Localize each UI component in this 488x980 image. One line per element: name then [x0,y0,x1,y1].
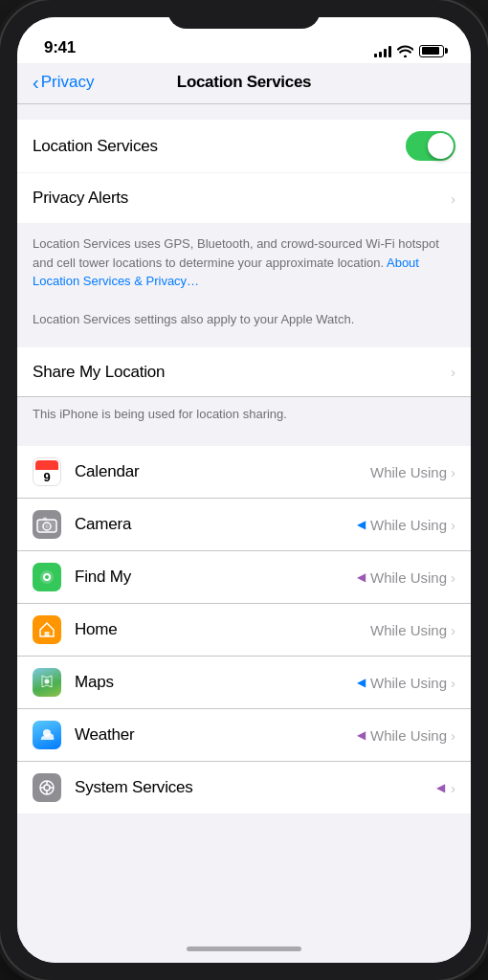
watch-note: Location Services settings also apply to… [17,302,471,345]
svg-point-3 [45,524,49,528]
chevron-right-icon: › [451,622,455,638]
location-services-section: Location Services [17,120,471,172]
chevron-right-icon: › [451,569,455,586]
privacy-alerts-label: Privacy Alerts [33,189,451,208]
location-description: Location Services uses GPS, Bluetooth, a… [17,223,471,302]
apps-section: 9 Calendar While Using › [17,446,471,813]
app-label: Calendar [75,462,370,481]
chevron-right-icon: › [451,780,455,796]
notch [167,0,321,29]
app-label: Weather [75,725,357,745]
sharing-note: This iPhone is being used for location s… [17,397,471,431]
nav-bar: ‹ Privacy Location Services [17,63,471,104]
list-item[interactable]: System Services ◀ › [17,762,471,813]
chevron-right-icon: › [451,464,455,480]
home-app-icon [33,615,61,644]
location-arrow-icon: ◀ [357,676,366,689]
list-item[interactable]: Maps ◀ While Using › [17,657,471,709]
calendar-icon: 9 [33,457,61,486]
home-indicator [187,947,301,951]
location-services-toggle[interactable] [406,131,455,161]
app-label: Maps [75,673,357,692]
app-status: While Using [370,622,447,638]
signal-icon [374,44,391,57]
location-arrow-icon: ◀ [357,570,366,584]
app-status: ◀ While Using [357,517,447,533]
share-location-label: Share My Location [33,363,451,382]
chevron-right-icon: › [451,364,455,380]
chevron-left-icon: ‹ [33,73,39,92]
privacy-alerts-section: Privacy Alerts › [17,173,471,223]
chevron-right-icon: › [451,727,455,744]
app-status: ◀ While Using [357,675,447,691]
svg-rect-8 [45,632,50,636]
phone-screen: 9:41 ‹ [17,17,471,963]
app-status: ◀ While Using [357,569,447,586]
svg-point-12 [44,785,50,791]
chevron-right-icon: › [451,190,455,207]
list-item[interactable]: Home While Using › [17,604,471,657]
location-services-row[interactable]: Location Services [17,120,471,172]
maps-icon [33,668,61,697]
app-label: System Services [75,778,436,797]
svg-rect-4 [43,518,47,521]
share-location-row[interactable]: Share My Location › [17,347,471,397]
app-label: Camera [75,515,357,534]
svg-point-7 [45,575,49,579]
findmy-icon [33,563,61,591]
location-services-label: Location Services [33,137,406,156]
location-arrow-icon: ◀ [436,781,445,794]
list-item[interactable]: Find My ◀ While Using › [17,551,471,604]
back-button[interactable]: ‹ Privacy [33,73,94,92]
app-status: ◀ [436,781,447,794]
wifi-icon [397,45,413,57]
camera-app-icon [33,510,61,539]
phone-frame: 9:41 ‹ [0,0,488,980]
status-icons [374,44,444,57]
share-location-section: Share My Location › This iPhone is being… [17,347,471,431]
location-arrow-icon: ◀ [357,728,366,742]
list-item[interactable]: 9 Calendar While Using › [17,446,471,499]
app-status: ◀ While Using [357,727,447,744]
list-item[interactable]: Weather ◀ While Using › [17,709,471,762]
back-label: Privacy [41,73,95,92]
home-bar [17,934,471,963]
app-label: Home [75,620,370,639]
chevron-right-icon: › [451,675,455,691]
privacy-alerts-row[interactable]: Privacy Alerts › [17,173,471,223]
system-services-icon [33,773,61,802]
page-title: Location Services [177,73,311,92]
location-arrow-icon: ◀ [357,518,366,531]
battery-icon [419,45,444,57]
app-label: Find My [75,568,357,587]
svg-point-9 [45,679,50,684]
list-item[interactable]: Camera ◀ While Using › [17,499,471,551]
status-time: 9:41 [44,38,76,57]
content-area[interactable]: Location Services Privacy Alerts › Locat… [17,104,471,934]
weather-icon [33,721,61,749]
chevron-right-icon: › [451,517,455,533]
app-status: While Using [370,464,447,480]
